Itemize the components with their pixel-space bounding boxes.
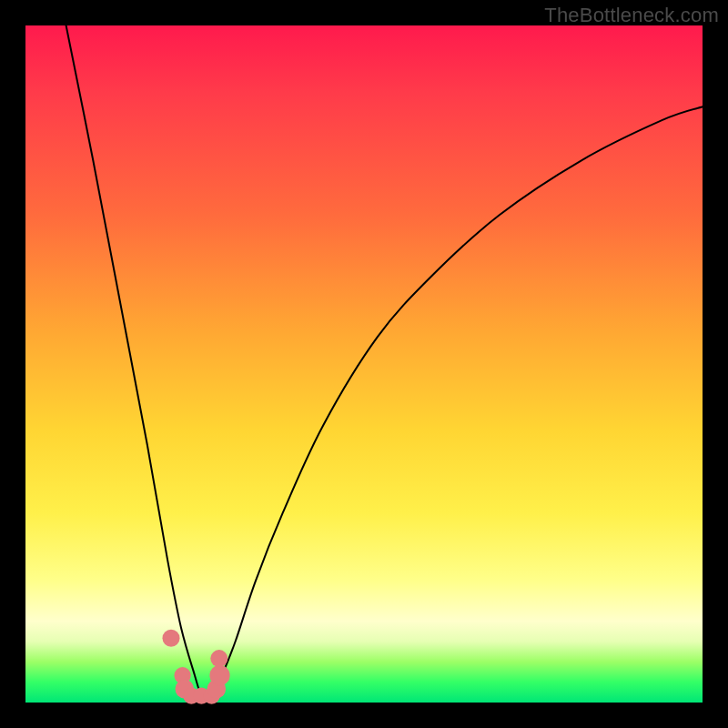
bottleneck-curve — [66, 25, 703, 698]
curve-marker — [209, 665, 229, 685]
plot-area — [25, 25, 703, 703]
curve-markers — [163, 630, 230, 704]
curve-layer — [25, 25, 703, 703]
watermark-text: TheBottleneck.com — [544, 4, 719, 27]
chart-frame: TheBottleneck.com — [0, 0, 728, 728]
curve-marker — [210, 650, 228, 667]
curve-marker — [163, 630, 180, 647]
